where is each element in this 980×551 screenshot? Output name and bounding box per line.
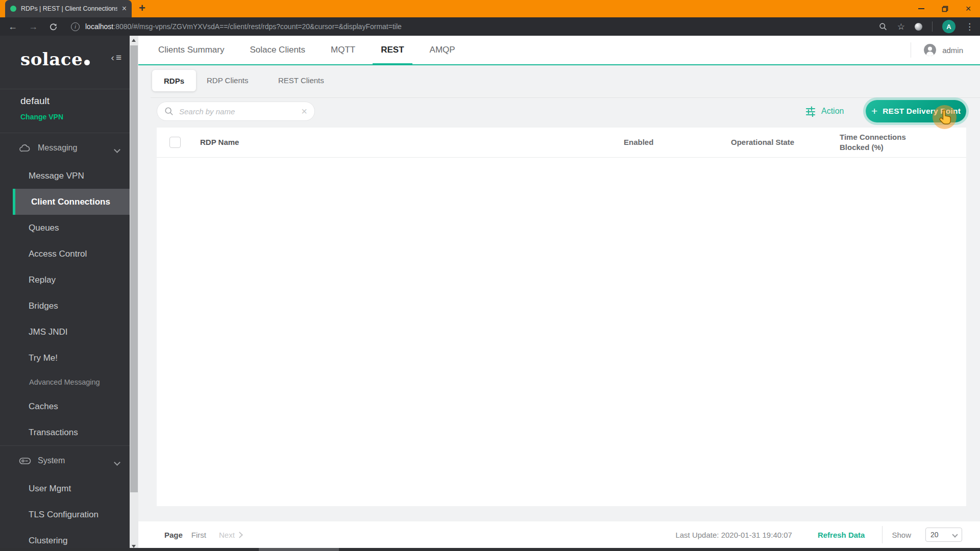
chevron-down-icon[interactable] — [114, 146, 120, 153]
sidebar-section-system[interactable]: System — [0, 446, 130, 475]
taskbar-sliver — [0, 548, 980, 551]
minimize-icon — [918, 8, 924, 9]
tab-favicon-icon — [10, 6, 16, 12]
system-icon — [19, 455, 31, 467]
sidebar-section-label: Messaging — [38, 143, 77, 153]
change-vpn-link[interactable]: Change VPN — [20, 113, 63, 121]
subtab-rest-clients[interactable]: REST Clients — [278, 70, 324, 91]
chevron-right-icon — [236, 532, 243, 538]
window-close-button[interactable]: × — [957, 0, 980, 17]
url-path: :8080/#/msg-vpns/ZGVmYXVsdA==/client/res… — [113, 22, 402, 31]
sidebar-item-queues[interactable]: Queues — [0, 215, 130, 241]
sidebar-item-try-me[interactable]: Try Me! — [0, 345, 130, 371]
page-size-select[interactable]: 20 — [925, 528, 962, 542]
tab-rest[interactable]: REST — [381, 36, 404, 64]
sidebar-item-replay[interactable]: Replay — [0, 267, 130, 293]
page-label: Page — [164, 531, 183, 539]
tab-amqp[interactable]: AMQP — [430, 36, 455, 64]
sidebar-item-bridges[interactable]: Bridges — [0, 293, 130, 319]
page-size-value: 20 — [930, 531, 953, 539]
action-menu[interactable]: Action — [805, 102, 844, 121]
sidebar-scrollbar[interactable] — [130, 36, 138, 551]
sidebar-item-tls-configuration[interactable]: TLS Configuration — [0, 502, 130, 528]
logo-dot-icon — [84, 60, 90, 65]
scroll-up-arrow[interactable] — [132, 39, 136, 42]
sidebar-item-caches[interactable]: Caches — [0, 393, 130, 419]
url-host: localhost — [85, 22, 113, 31]
divider — [151, 97, 980, 98]
sidebar-item-access-control[interactable]: Access Control — [0, 241, 130, 267]
mouse-cursor-icon — [939, 109, 952, 127]
divider — [882, 526, 883, 543]
bookmark-star-icon[interactable]: ☆ — [897, 21, 905, 32]
sidebar-section-messaging[interactable]: Messaging — [0, 133, 130, 163]
action-label: Action — [821, 107, 844, 116]
sidebar-section-label: System — [38, 456, 65, 465]
browser-tab[interactable]: RDPs | REST | Client Connections × — [5, 0, 132, 17]
zoom-icon[interactable] — [879, 22, 888, 31]
sidebar-item-message-vpn[interactable]: Message VPN — [0, 163, 130, 189]
show-label: Show — [892, 531, 911, 539]
tab-title: RDPs | REST | Client Connections — [21, 5, 117, 12]
sidebar: solace ‹≡ default Change VPN Messaging M… — [0, 36, 130, 551]
main-content: Clients Summary Solace Clients MQTT REST… — [138, 36, 980, 551]
refresh-data-link[interactable]: Refresh Data — [818, 531, 865, 539]
scrollbar-thumb[interactable] — [130, 45, 138, 492]
action-filter-icon — [805, 106, 816, 117]
reload-icon — [49, 22, 58, 31]
restore-icon — [942, 6, 948, 12]
search-box[interactable]: × — [157, 102, 315, 121]
user-icon[interactable] — [923, 43, 937, 57]
column-operational-state: Operational State — [731, 128, 794, 157]
search-icon — [164, 107, 174, 116]
first-page-button[interactable]: First — [191, 531, 206, 539]
rdp-table: RDP Name Enabled Operational State Time … — [157, 128, 966, 506]
plus-icon: + — [871, 106, 877, 116]
reload-button[interactable] — [49, 22, 58, 31]
column-rdp-name: RDP Name — [200, 128, 239, 157]
chevron-down-icon — [952, 532, 958, 537]
search-input[interactable] — [178, 107, 297, 116]
tab-mqtt[interactable]: MQTT — [331, 36, 355, 64]
subtab-rdp-clients[interactable]: RDP Clients — [207, 70, 248, 91]
window-restore-button[interactable] — [933, 0, 957, 17]
site-info-icon[interactable]: i — [71, 22, 80, 31]
address-bar[interactable]: localhost:8080/#/msg-vpns/ZGVmYXVsdA==/c… — [85, 22, 402, 31]
taskbar-segment — [259, 548, 339, 551]
logged-in-user[interactable]: admin — [942, 46, 963, 55]
sidebar-item-client-connections[interactable]: Client Connections — [13, 189, 130, 215]
vpn-name: default — [20, 95, 50, 107]
forward-button[interactable]: → — [29, 22, 38, 31]
browser-menu-icon[interactable]: ⋮ — [965, 21, 974, 32]
clear-search-icon[interactable]: × — [301, 106, 307, 116]
cloud-icon — [19, 143, 31, 153]
table-header-row: RDP Name Enabled Operational State Time … — [157, 128, 966, 158]
last-update-text: Last Update: 2020-01-31 19:40:07 — [675, 531, 792, 539]
tab-solace-clients[interactable]: Solace Clients — [250, 36, 305, 64]
next-page-button[interactable]: Next — [219, 531, 242, 539]
window-minimize-button[interactable] — [910, 0, 933, 17]
back-button[interactable]: ← — [8, 22, 17, 31]
sidebar-item-user-mgmt[interactable]: User Mgmt — [0, 475, 130, 502]
column-time-connections-blocked: Time Connections Blocked (%) — [840, 132, 916, 153]
page-tabs-bar: Clients Summary Solace Clients MQTT REST… — [138, 36, 980, 65]
sidebar-item-jms-jndi[interactable]: JMS JNDI — [0, 319, 130, 345]
profile-avatar[interactable]: A — [942, 20, 955, 33]
extension-icon[interactable] — [915, 23, 922, 31]
select-all-checkbox[interactable] — [169, 137, 181, 148]
sidebar-item-transactions[interactable]: Transactions — [0, 419, 130, 445]
pagination-footer: Page First Next Last Update: 2020-01-31 … — [138, 521, 980, 548]
browser-titlebar: RDPs | REST | Client Connections × + × — [0, 0, 980, 17]
toolbar-divider — [932, 21, 933, 32]
chevron-down-icon[interactable] — [114, 459, 120, 466]
sidebar-item-advanced-messaging[interactable]: Advanced Messaging — [0, 371, 130, 393]
divider — [911, 42, 911, 58]
new-tab-button[interactable]: + — [139, 3, 145, 14]
subtab-rdps[interactable]: RDPs — [152, 70, 196, 91]
tab-close-icon[interactable]: × — [122, 5, 127, 13]
column-enabled: Enabled — [624, 128, 653, 157]
sidebar-collapse-button[interactable]: ‹≡ — [111, 52, 121, 63]
browser-toolbar: ← → i localhost:8080/#/msg-vpns/ZGVmYXVs… — [0, 17, 980, 36]
solace-logo: solace — [20, 49, 90, 69]
tab-clients-summary[interactable]: Clients Summary — [158, 36, 224, 64]
